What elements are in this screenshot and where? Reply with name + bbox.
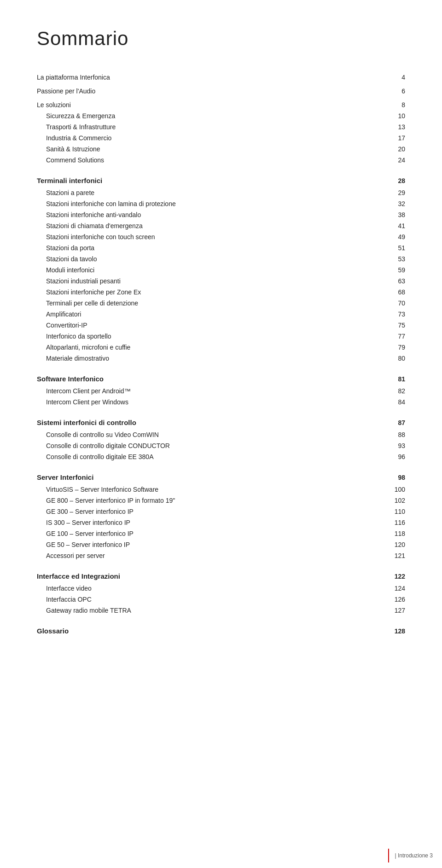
toc-entry-page: 98 xyxy=(387,474,405,481)
toc-entry: Stazioni interfoniche anti-vandalo38 xyxy=(37,209,405,220)
toc-entry-label: Stazioni industriali pesanti xyxy=(46,277,387,285)
toc-entry-label: Industria & Commercio xyxy=(46,134,387,142)
toc-entry-page: 87 xyxy=(387,419,405,426)
toc-entry-page: 49 xyxy=(387,233,405,241)
toc-entry-label: Interfonico da sportello xyxy=(46,333,387,340)
toc-entry: GE 100 – Server interfonico IP118 xyxy=(37,528,405,539)
toc-entry-page: 20 xyxy=(387,145,405,153)
toc-entry: Consolle di controllo digitale EE 380A96 xyxy=(37,451,405,462)
toc-entry: VirtuoSIS – Server Interfonico Software1… xyxy=(37,484,405,495)
toc-entry: Intercom Client per Android™82 xyxy=(37,385,405,397)
toc-entry-page: 79 xyxy=(387,344,405,351)
toc-entry-page: 38 xyxy=(387,211,405,218)
toc-entry-page: 118 xyxy=(387,530,405,537)
toc-entry-page: 10 xyxy=(387,112,405,120)
toc-entry-label: Gateway radio mobile TETRA xyxy=(46,607,387,614)
toc-entry: Stazioni di chiamata d'emergenza41 xyxy=(37,220,405,231)
toc-entry-page: 124 xyxy=(387,585,405,592)
toc-entry-page: 53 xyxy=(387,255,405,263)
toc-entry-label: Trasporti & Infrastrutture xyxy=(46,123,387,131)
toc-entry-label: Terminali interfonici xyxy=(37,177,387,184)
toc-entry: Stazioni a parete29 xyxy=(37,187,405,198)
toc-entry-label: Amplificatori xyxy=(46,310,387,318)
page-title: Sommario xyxy=(37,28,405,50)
toc-entry-label: IS 300 – Server interfonico IP xyxy=(46,519,387,526)
toc-entry-label: Interfaccia OPC xyxy=(46,596,387,603)
toc-entry-page: 93 xyxy=(387,442,405,449)
toc-entry-page: 121 xyxy=(387,552,405,559)
toc-entry: Accessori per server121 xyxy=(37,550,405,561)
toc-entry-label: Passione per l'Audio xyxy=(37,87,387,95)
toc-entry: Convertitori-IP75 xyxy=(37,320,405,331)
toc-entry: Stazioni da porta51 xyxy=(37,242,405,253)
toc-entry-page: 13 xyxy=(387,123,405,131)
toc-entry-label: Server Interfonici xyxy=(37,473,387,481)
toc-entry: GE 800 – Server interfonico IP in format… xyxy=(37,495,405,506)
toc-entry-page: 102 xyxy=(387,497,405,504)
toc-entry-page: 126 xyxy=(387,596,405,603)
toc-entry-page: 29 xyxy=(387,189,405,196)
toc-entry-label: Intercom Client per Windows xyxy=(46,398,387,406)
toc-entry-label: GE 800 – Server interfonico IP in format… xyxy=(46,497,387,504)
toc-entry-label: Terminali per celle di detenzione xyxy=(46,299,387,307)
toc-entry-label: Stazioni da tavolo xyxy=(46,255,387,263)
toc-entry-label: Sicurezza & Emergenza xyxy=(46,112,387,120)
toc-entry: Stazioni da tavolo53 xyxy=(37,253,405,264)
toc-entry-label: Sanità & Istruzione xyxy=(46,145,387,153)
toc-entry-label: Commend Solutions xyxy=(46,156,387,164)
toc-entry-page: 127 xyxy=(387,607,405,614)
toc-entry: Moduli interfonici59 xyxy=(37,264,405,276)
toc-entry: Terminali interfonici28 xyxy=(37,175,405,186)
toc-entry: Le soluzioni8 xyxy=(37,99,405,110)
toc-entry: Interfacce ed Integrazioni122 xyxy=(37,570,405,582)
toc-entry: Intercom Client per Windows84 xyxy=(37,397,405,408)
toc-entry-page: 75 xyxy=(387,322,405,329)
toc-entry: Interfacce video124 xyxy=(37,583,405,594)
toc-entry-page: 120 xyxy=(387,541,405,548)
toc-entry-page: 116 xyxy=(387,519,405,526)
toc-entry-label: Moduli interfonici xyxy=(46,266,387,274)
toc-entry: Amplificatori73 xyxy=(37,309,405,320)
bottom-bar-divider xyxy=(388,849,389,862)
toc-entry-page: 82 xyxy=(387,387,405,395)
toc-entry-page: 24 xyxy=(387,156,405,164)
toc-entry-label: Stazioni di chiamata d'emergenza xyxy=(46,222,387,230)
toc-entry-page: 17 xyxy=(387,134,405,142)
toc-entry-label: GE 100 – Server interfonico IP xyxy=(46,530,387,537)
toc-entry-page: 4 xyxy=(387,74,405,81)
toc-entry: Interfonico da sportello77 xyxy=(37,331,405,342)
toc-entry: IS 300 – Server interfonico IP116 xyxy=(37,517,405,528)
toc-entry-page: 100 xyxy=(387,486,405,493)
toc-entry: Server Interfonici98 xyxy=(37,471,405,483)
toc-entry: Sistemi interfonici di controllo87 xyxy=(37,417,405,428)
toc-entry: La piattaforma Interfonica4 xyxy=(37,72,405,83)
toc-entry-page: 77 xyxy=(387,333,405,340)
toc-entry-page: 81 xyxy=(387,375,405,383)
toc-entry-label: Le soluzioni xyxy=(37,101,387,109)
toc-entry-page: 59 xyxy=(387,266,405,274)
toc-entry: Stazioni interfoniche con lamina di prot… xyxy=(37,198,405,209)
toc-entry: Stazioni industriali pesanti63 xyxy=(37,276,405,287)
bottom-bar-text: | Introduzione 3 xyxy=(395,852,433,859)
toc-entry: Stazioni interfoniche per Zone Ex68 xyxy=(37,287,405,298)
toc-entry-label: Interfacce video xyxy=(46,585,387,592)
bottom-bar: | Introduzione 3 xyxy=(379,843,442,868)
toc-entry-page: 68 xyxy=(387,288,405,296)
toc-entry: Commend Solutions24 xyxy=(37,155,405,166)
toc-entry-label: Sistemi interfonici di controllo xyxy=(37,419,387,426)
toc-entry: GE 50 – Server interfonico IP120 xyxy=(37,539,405,550)
toc-entry-page: 84 xyxy=(387,398,405,406)
toc-entry-page: 80 xyxy=(387,355,405,362)
toc-entry-page: 96 xyxy=(387,453,405,460)
toc-entry-label: Convertitori-IP xyxy=(46,322,387,329)
toc-entry-label: Software Interfonico xyxy=(37,375,387,383)
toc-entry-label: Interfacce ed Integrazioni xyxy=(37,572,387,580)
toc-entry-page: 73 xyxy=(387,310,405,318)
toc-entry: Terminali per celle di detenzione70 xyxy=(37,298,405,309)
toc-entry: Consolle di controllo digitale CONDUCTOR… xyxy=(37,440,405,451)
toc-entry-label: GE 50 – Server interfonico IP xyxy=(46,541,387,548)
toc-entry-label: Accessori per server xyxy=(46,552,387,559)
toc-entry: Stazioni interfoniche con touch screen49 xyxy=(37,231,405,242)
toc-entry-page: 32 xyxy=(387,200,405,207)
toc-entry: Interfaccia OPC126 xyxy=(37,594,405,605)
